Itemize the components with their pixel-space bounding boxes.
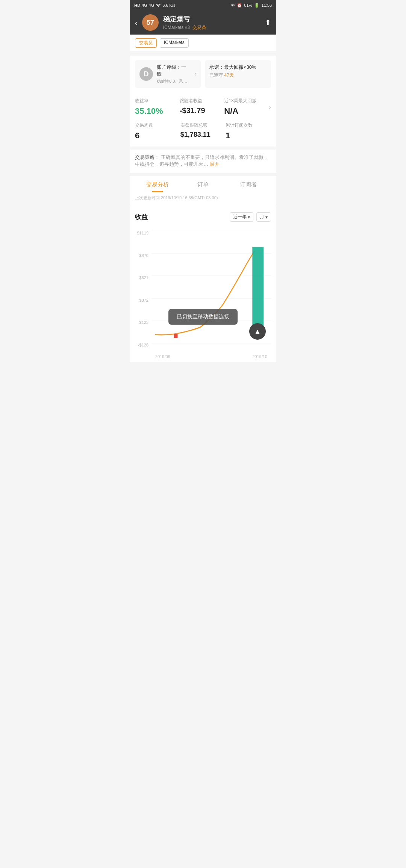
stat-label-subscriptions: 累计订阅次数 <box>226 122 271 129</box>
stat-label-follower: 跟随者收益 <box>180 98 224 104</box>
stat-weeks: 交易周数 6 <box>135 122 180 141</box>
chart-container: $1119 $870 $621 $372 $123 -$126 <box>135 227 271 362</box>
data-speed: 6.6 K/s <box>162 3 175 8</box>
tabs-bar: 交易分析 订单 订阅者 <box>130 173 276 192</box>
stat-return-rate: 收益率 35.10% <box>135 98 180 116</box>
y-label-2: $870 <box>135 253 148 258</box>
stat-label-totalfollow: 实盘跟随总额 <box>180 122 226 129</box>
update-time: 上次更新时间 2019/10/19 16:38(GMT+08:00) <box>130 192 276 206</box>
share-button[interactable]: ⬆ <box>265 18 271 27</box>
status-bar: HD 4G 4G 6.6 K/s 👁 ⏰ 81% 🔋 11:56 <box>130 0 276 11</box>
y-label-4: $372 <box>135 298 148 302</box>
y-label-5: $123 <box>135 320 148 325</box>
grade-title: 账户评级：一般 <box>157 64 191 77</box>
stat-value-return: 35.10% <box>135 106 180 116</box>
svg-rect-6 <box>174 334 178 338</box>
avatar: 57 <box>142 14 159 31</box>
stat-value-totalfollow: $1,783.11 <box>180 131 226 139</box>
status-right: 👁 ⏰ 81% 🔋 11:56 <box>231 3 272 8</box>
trader-subtitle: ICMarkets #3 交易员 <box>163 24 260 31</box>
y-label-3: $621 <box>135 275 148 280</box>
stat-label-drawdown: 近13周最大回撤 <box>224 98 269 104</box>
stat-value-weeks: 6 <box>135 131 180 141</box>
stat-total-follow: 实盘跟随总额 $1,783.11 <box>180 122 226 141</box>
back-button[interactable]: ‹ <box>135 18 138 27</box>
grade-info: 账户评级：一般 稳健性0.0、风… <box>157 64 191 84</box>
eye-icon: 👁 <box>231 3 235 8</box>
account-grade-card[interactable]: D 账户评级：一般 稳健性0.0、风… › <box>135 60 201 88</box>
toast-message: 已切换至移动数据连接 <box>168 309 238 325</box>
battery-percent: 81% <box>244 3 252 8</box>
filter-unit-button[interactable]: 月 ▾ <box>256 212 271 222</box>
tab-analysis[interactable]: 交易分析 <box>135 176 180 192</box>
header-info: 稳定爆亏 ICMarkets #3 交易员 <box>163 15 260 31</box>
grade-sub: 稳健性0.0、风… <box>157 79 191 84</box>
promise-sub: 已遵守 47天 <box>209 72 267 79</box>
promise-days: 47天 <box>224 73 233 78</box>
stats-row-1: 收益率 35.10% 跟随者收益 -$31.79 近13周最大回撤 N/A › <box>135 98 271 122</box>
strategy-expand-button[interactable]: 展开 <box>210 161 220 167</box>
tab-subscribers[interactable]: 订阅者 <box>226 176 271 192</box>
trader-badge: 交易员 <box>192 25 206 30</box>
stat-label-return: 收益率 <box>135 98 180 104</box>
stat-value-drawdown: N/A <box>224 106 269 116</box>
signal-icon: 4G <box>142 3 147 8</box>
battery-icon: 🔋 <box>254 3 259 8</box>
stat-max-drawdown: 近13周最大回撤 N/A <box>224 98 269 116</box>
chart-header: 收益 近一年 ▾ 月 ▾ <box>135 212 271 222</box>
stat-value-subscriptions: 1 <box>226 131 271 141</box>
wifi-icon <box>156 3 161 8</box>
y-label-6: -$126 <box>135 343 148 347</box>
chart-section: 收益 近一年 ▾ 月 ▾ $1119 $870 $621 $372 $123 -… <box>130 206 276 362</box>
account-section: D 账户评级：一般 稳健性0.0、风… › 承诺：最大回撤<30% 已遵守 47… <box>130 56 276 92</box>
tab-orders[interactable]: 订单 <box>180 176 226 192</box>
tag-platform[interactable]: ICMarkets <box>160 38 189 48</box>
promise-title: 承诺：最大回撤<30% <box>209 64 267 71</box>
grade-arrow-icon: › <box>195 71 197 77</box>
platform-info: ICMarkets #3 <box>163 25 190 30</box>
x-label-2: 2019/10 <box>252 354 267 359</box>
tag-trader[interactable]: 交易员 <box>135 38 157 48</box>
tags-bar: 交易员 ICMarkets <box>130 35 276 52</box>
y-axis-labels: $1119 $870 $621 $372 $123 -$126 <box>135 231 150 347</box>
alarm-icon: ⏰ <box>237 3 242 8</box>
x-label-1: 2019/09 <box>155 354 170 359</box>
strategy-section: 交易策略： 正确率真的不重要，只追求净利润。看准了就做，中线持仓，追寻趋势，可能… <box>130 147 276 173</box>
grade-icon: D <box>139 67 153 81</box>
stat-label-weeks: 交易周数 <box>135 122 180 129</box>
time: 11:56 <box>261 3 272 8</box>
header: ‹ 57 稳定爆亏 ICMarkets #3 交易员 ⬆ <box>130 11 276 35</box>
x-axis-labels: 2019/09 2019/10 <box>151 351 271 362</box>
stats-section: 收益率 35.10% 跟随者收益 -$31.79 近13周最大回撤 N/A › … <box>130 92 276 147</box>
chevron-down-icon2: ▾ <box>265 215 268 220</box>
hd-icon: HD <box>134 3 140 8</box>
chart-filters: 近一年 ▾ 月 ▾ <box>230 212 271 222</box>
stats-arrow-icon: › <box>269 98 271 116</box>
strategy-label: 交易策略： <box>135 154 159 160</box>
chevron-up-icon: ▲ <box>254 328 261 336</box>
svg-rect-7 <box>252 247 264 332</box>
chart-title: 收益 <box>135 213 148 221</box>
stats-row-2: 交易周数 6 实盘跟随总额 $1,783.11 累计订阅次数 1 <box>135 122 271 147</box>
promise-card: 承诺：最大回撤<30% 已遵守 47天 <box>205 60 271 88</box>
trader-name: 稳定爆亏 <box>163 15 260 24</box>
y-label-1: $1119 <box>135 231 148 235</box>
status-left: HD 4G 4G 6.6 K/s <box>134 3 176 8</box>
scroll-top-button[interactable]: ▲ <box>249 323 266 340</box>
stat-value-follower: -$31.79 <box>180 106 224 115</box>
signal2-icon: 4G <box>149 3 155 8</box>
chevron-down-icon: ▾ <box>248 215 250 220</box>
stat-subscriptions: 累计订阅次数 1 <box>226 122 271 141</box>
filter-period-button[interactable]: 近一年 ▾ <box>230 212 253 222</box>
stat-follower-profit: 跟随者收益 -$31.79 <box>180 98 224 116</box>
